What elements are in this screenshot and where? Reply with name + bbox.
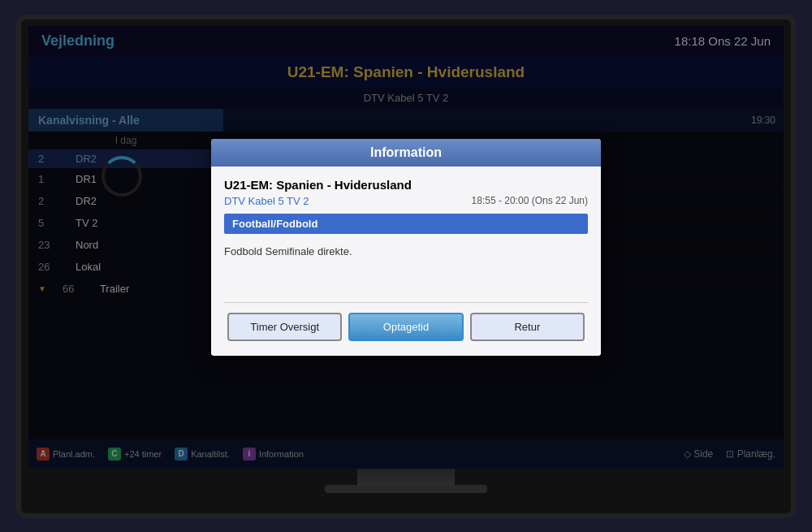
modal-time: 18:55 - 20:00 (Ons 22 Jun) — [472, 195, 588, 206]
retur-button[interactable]: Retur — [470, 313, 585, 341]
optagetid-button[interactable]: Optagetid — [348, 313, 463, 341]
tv-frame: Vejledning 18:18 Ons 22 Jun U21-EM: Span… — [16, 15, 796, 518]
modal-divider — [224, 302, 588, 303]
modal-channel-name: DTV Kabel 5 TV 2 — [224, 195, 309, 207]
modal-program-title: U21-EM: Spanien - Hviderusland — [224, 178, 588, 192]
modal-header: Information — [211, 139, 601, 167]
timer-oversigt-button[interactable]: Timer Oversigt — [227, 313, 342, 341]
modal-body: U21-EM: Spanien - Hviderusland DTV Kabel… — [211, 167, 601, 356]
modal-title: Information — [224, 145, 588, 160]
modal-category: Football/Fodbold — [224, 214, 588, 234]
modal-channel-row: DTV Kabel 5 TV 2 18:55 - 20:00 (Ons 22 J… — [224, 195, 588, 207]
tv-screen: Vejledning 18:18 Ons 22 Jun U21-EM: Span… — [28, 26, 784, 469]
modal-description: Fodbold Semifinale direkte. — [224, 244, 588, 292]
information-modal: Information U21-EM: Spanien - Hviderusla… — [211, 139, 601, 356]
modal-overlay: Information U21-EM: Spanien - Hviderusla… — [28, 26, 784, 469]
modal-buttons: Timer Oversigt Optagetid Retur — [224, 313, 588, 344]
tv-stand — [357, 469, 455, 493]
